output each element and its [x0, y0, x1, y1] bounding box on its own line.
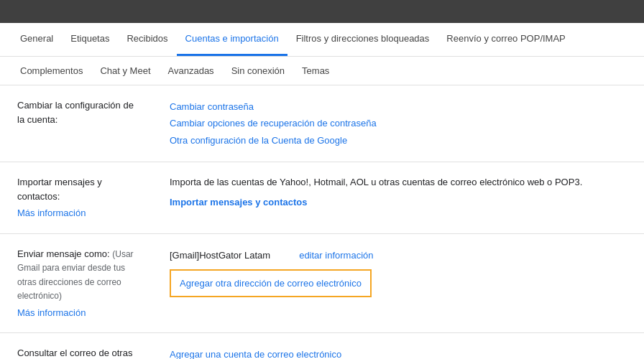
- settings-value-enviar: [Gmail]HostGator Latam editar informació…: [158, 233, 644, 333]
- send-as-row: [Gmail]HostGator Latam editar informació…: [170, 247, 627, 264]
- settings-row-importar: Importar mensajes y contactos: Más infor…: [0, 162, 644, 234]
- nav-container: GeneralEtiquetasRecibidosCuentas e impor…: [0, 23, 644, 85]
- header: [0, 0, 644, 23]
- settings-row-cambiar-config: Cambiar la configuración de la cuenta: C…: [0, 85, 644, 162]
- nav-primary: GeneralEtiquetasRecibidosCuentas e impor…: [0, 23, 644, 57]
- settings-label-enviar: Enviar mensaje como: (Usar Gmail para en…: [0, 233, 158, 333]
- settings-label-importar: Importar mensajes y contactos: Más infor…: [0, 162, 158, 234]
- nav-secondary-item[interactable]: Complementos: [12, 57, 91, 85]
- link-cambiar-opciones[interactable]: Cambiar opciones de recuperación de cont…: [170, 115, 627, 131]
- send-as-email: [Gmail]HostGator Latam: [170, 247, 270, 264]
- btn-agregar-direccion[interactable]: Agregar otra dirección de correo electró…: [170, 269, 372, 297]
- link-agregar-cuenta[interactable]: Agregar una cuenta de correo electrónico: [170, 349, 341, 359]
- import-description: Importa de las cuentas de Yahoo!, Hotmai…: [170, 175, 627, 190]
- nav-primary-item[interactable]: Etiquetas: [62, 23, 118, 56]
- settings-value-consultar: Agregar una cuenta de correo electrónico: [158, 333, 644, 359]
- nav-primary-item[interactable]: Filtros y direcciones bloqueadas: [288, 23, 438, 56]
- settings-value-cambiar-config: Cambiar contraseña Cambiar opciones de r…: [158, 85, 644, 162]
- link-mas-info-enviar[interactable]: Más información: [17, 306, 141, 320]
- nav-secondary-item[interactable]: Avanzadas: [160, 57, 223, 85]
- nav-secondary: ComplementosChat y MeetAvanzadasSin cone…: [0, 57, 644, 85]
- link-mas-info-importar[interactable]: Más información: [17, 206, 141, 220]
- settings-table: Cambiar la configuración de la cuenta: C…: [0, 85, 644, 359]
- nav-secondary-item[interactable]: Temas: [293, 57, 338, 85]
- add-email-container: Agregar otra dirección de correo electró…: [170, 264, 627, 297]
- link-otra-config[interactable]: Otra configuración de la Cuenta de Googl…: [170, 132, 627, 149]
- settings-value-importar: Importa de las cuentas de Yahoo!, Hotmai…: [158, 162, 644, 234]
- nav-primary-item[interactable]: Recibidos: [118, 23, 176, 56]
- nav-primary-item[interactable]: Cuentas e importación: [177, 23, 288, 56]
- nav-secondary-item[interactable]: Sin conexión: [223, 57, 293, 85]
- settings-label-cambiar-config: Cambiar la configuración de la cuenta:: [0, 85, 158, 162]
- link-editar-info[interactable]: editar información: [299, 247, 373, 264]
- content: Cambiar la configuración de la cuenta: C…: [0, 85, 644, 359]
- settings-row-enviar-mensaje: Enviar mensaje como: (Usar Gmail para en…: [0, 233, 644, 333]
- nav-primary-item[interactable]: General: [12, 23, 62, 56]
- link-importar-mensajes[interactable]: Importar mensajes y contactos: [170, 197, 307, 208]
- settings-label-consultar: Consultar el correo de otras cuentas: Má…: [0, 333, 158, 359]
- settings-row-consultar: Consultar el correo de otras cuentas: Má…: [0, 333, 644, 359]
- link-cambiar-contrasena[interactable]: Cambiar contraseña: [170, 98, 627, 115]
- nav-primary-item[interactable]: Reenvío y correo POP/IMAP: [438, 23, 574, 56]
- nav-secondary-item[interactable]: Chat y Meet: [91, 57, 159, 85]
